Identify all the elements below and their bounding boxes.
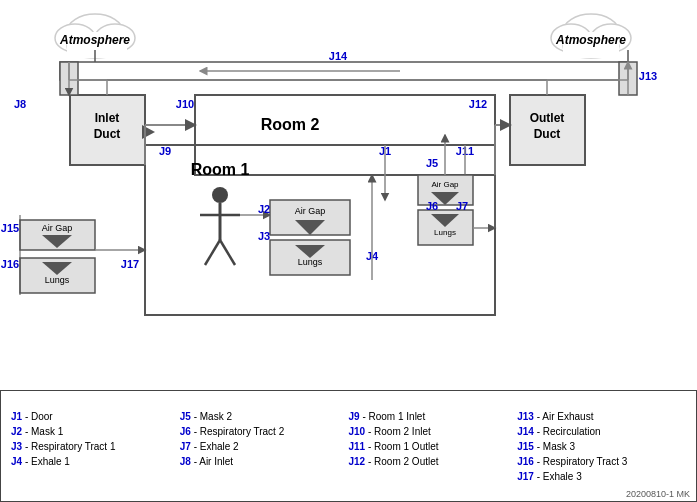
legend-j12-text: - Room 2 Outlet: [365, 456, 438, 467]
svg-text:J15: J15: [1, 222, 19, 234]
svg-text:J5: J5: [426, 157, 438, 169]
legend-col-3: J9 - Room 1 Inlet J10 - Room 2 Inlet J11…: [349, 409, 518, 484]
watermark: 20200810-1 MK: [626, 489, 690, 499]
svg-text:Atmosphere: Atmosphere: [555, 33, 626, 47]
legend-j11-label: J11: [349, 441, 366, 452]
svg-text:J3: J3: [258, 230, 270, 242]
legend-j5-text: - Mask 2: [191, 411, 232, 422]
legend: J1 - Door J2 - Mask 1 J3 - Respiratory T…: [0, 390, 697, 502]
svg-text:Inlet: Inlet: [95, 111, 120, 125]
legend-j7-text: - Exhale 2: [191, 441, 239, 452]
svg-text:Lungs: Lungs: [45, 275, 70, 285]
svg-text:Air Gap: Air Gap: [295, 206, 326, 216]
svg-text:J8: J8: [14, 98, 26, 110]
svg-text:Air Gap: Air Gap: [431, 180, 459, 189]
legend-j10-label: J10: [349, 426, 366, 437]
svg-text:Duct: Duct: [534, 127, 561, 141]
legend-j14-label: J14: [517, 426, 534, 437]
legend-j2-text: - Mask 1: [22, 426, 63, 437]
svg-text:Lungs: Lungs: [298, 257, 323, 267]
svg-text:J6: J6: [426, 200, 438, 212]
legend-j16-text: - Respiratory Tract 3: [534, 456, 627, 467]
legend-j9-text: - Room 1 Inlet: [360, 411, 426, 422]
legend-j5-label: J5: [180, 411, 191, 422]
svg-text:Atmosphere: Atmosphere: [59, 33, 130, 47]
svg-text:J12: J12: [469, 98, 487, 110]
svg-line-48: [220, 240, 235, 265]
legend-j17-label: J17: [517, 471, 534, 482]
svg-text:J17: J17: [121, 258, 139, 270]
svg-text:Room 1: Room 1: [191, 161, 250, 178]
svg-marker-22: [142, 125, 155, 139]
legend-col-2: J5 - Mask 2 J6 - Respiratory Tract 2 J7 …: [180, 409, 349, 484]
svg-text:Duct: Duct: [94, 127, 121, 141]
legend-j11-text: - Room 1 Outlet: [365, 441, 438, 452]
legend-col-4: J13 - Air Exhaust J14 - Recirculation J1…: [517, 409, 686, 484]
legend-j9-label: J9: [349, 411, 360, 422]
legend-j13-text: - Air Exhaust: [534, 411, 593, 422]
legend-j15-label: J15: [517, 441, 534, 452]
svg-line-47: [205, 240, 220, 265]
svg-text:J2: J2: [258, 203, 270, 215]
svg-text:J14: J14: [329, 50, 348, 62]
svg-text:Lungs: Lungs: [434, 228, 456, 237]
legend-j16-label: J16: [517, 456, 534, 467]
legend-j8-text: - Air Inlet: [191, 456, 233, 467]
legend-j1-label: J1: [11, 411, 22, 422]
legend-j3-text: - Respiratory Tract 1: [22, 441, 115, 452]
svg-text:Outlet: Outlet: [530, 111, 565, 125]
legend-j6-text: - Respiratory Tract 2: [191, 426, 284, 437]
diagram: Atmosphere Atmosphere J14 J13 J8 Inlet D…: [0, 0, 697, 390]
svg-text:J9: J9: [159, 145, 171, 157]
legend-j1-text: - Door: [22, 411, 53, 422]
legend-j2-label: J2: [11, 426, 22, 437]
legend-j8-label: J8: [180, 456, 191, 467]
legend-j13-label: J13: [517, 411, 534, 422]
svg-text:Room 2: Room 2: [261, 116, 320, 133]
svg-text:J16: J16: [1, 258, 19, 270]
legend-j10-text: - Room 2 Inlet: [365, 426, 431, 437]
legend-j17-text: - Exhale 3: [534, 471, 582, 482]
svg-text:J7: J7: [456, 200, 468, 212]
legend-j4-label: J4: [11, 456, 22, 467]
svg-text:Air Gap: Air Gap: [42, 223, 73, 233]
svg-text:J13: J13: [639, 70, 657, 82]
legend-j6-label: J6: [180, 426, 191, 437]
legend-j3-label: J3: [11, 441, 22, 452]
legend-col-1: J1 - Door J2 - Mask 1 J3 - Respiratory T…: [11, 409, 180, 484]
svg-point-44: [212, 187, 228, 203]
legend-j14-text: - Recirculation: [534, 426, 601, 437]
svg-text:J10: J10: [176, 98, 194, 110]
legend-j12-label: J12: [349, 456, 366, 467]
legend-j4-text: - Exhale 1: [22, 456, 70, 467]
legend-j7-label: J7: [180, 441, 191, 452]
legend-j15-text: - Mask 3: [534, 441, 575, 452]
